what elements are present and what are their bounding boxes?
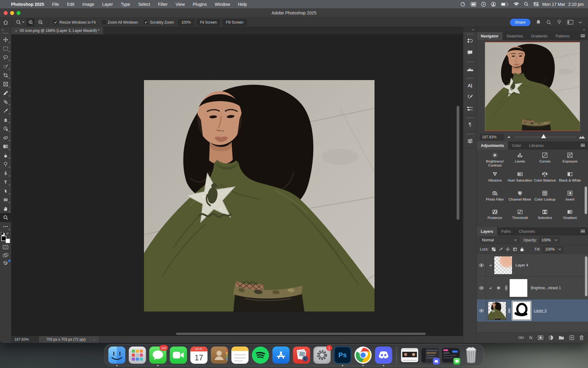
properties-panel-icon[interactable] <box>463 135 477 147</box>
new-layer-icon[interactable] <box>569 335 574 340</box>
delete-layer-icon[interactable] <box>579 335 584 340</box>
background-color-swatch[interactable] <box>6 239 10 243</box>
eyedropper-tool[interactable] <box>0 89 11 98</box>
marquee-tool[interactable] <box>0 44 11 53</box>
history-panel-icon[interactable] <box>463 35 477 47</box>
menu-select[interactable]: Select <box>138 2 150 7</box>
panel-grip[interactable] <box>467 117 473 118</box>
adjustment-exposure[interactable]: Exposure <box>557 152 582 171</box>
tab-channels[interactable]: Channels <box>515 227 539 236</box>
menu-layer[interactable]: Layer <box>102 2 113 7</box>
move-tool[interactable] <box>0 35 11 44</box>
tab-libraries[interactable]: Libraries <box>525 141 548 150</box>
screen-mode-button[interactable] <box>0 251 11 259</box>
dock-calendar[interactable]: MAR 17 <box>190 347 208 364</box>
layers-scrollbar[interactable] <box>585 256 587 296</box>
dock-photos-red[interactable] <box>293 347 310 364</box>
adjustment-selective-color[interactable]: Selective <box>533 209 558 228</box>
tool-preset-chevron-icon[interactable] <box>22 21 24 23</box>
adjustments-scrollbar[interactable] <box>585 186 587 214</box>
adjustment-curves[interactable]: Curves <box>533 152 558 171</box>
zoom-tool[interactable] <box>0 213 11 222</box>
tab-paths[interactable]: Paths <box>497 227 515 236</box>
home-icon[interactable] <box>3 20 8 25</box>
brush-settings-panel-icon[interactable] <box>463 91 477 103</box>
zoom-in-large-icon[interactable] <box>579 135 585 139</box>
app-menu-title[interactable]: Photoshop 2025 <box>11 2 44 7</box>
panel-menu-icon[interactable] <box>581 144 585 147</box>
zoom-out-small-icon[interactable] <box>507 136 511 138</box>
play-icon[interactable] <box>481 2 486 7</box>
zoom-tool-icon[interactable] <box>16 20 21 25</box>
spotlight-icon[interactable] <box>524 2 529 6</box>
history-brush-tool[interactable] <box>0 124 11 133</box>
document-image[interactable] <box>144 80 375 312</box>
default-colors-icon[interactable] <box>1 232 4 235</box>
lasso-tool[interactable] <box>0 53 11 62</box>
canvas-vertical-scrollbar[interactable] <box>457 106 459 220</box>
dock-photoshop[interactable]: Ps <box>334 347 351 364</box>
adjustment-color-balance[interactable]: Color Balance <box>533 171 558 190</box>
link-layers-icon[interactable] <box>518 336 524 339</box>
dock-discord[interactable] <box>375 347 392 364</box>
workspace-switcher-icon[interactable] <box>567 20 573 25</box>
share-button[interactable]: Share <box>510 19 530 26</box>
adjustment-black-white[interactable]: Black & White <box>557 171 582 190</box>
swap-colors-icon[interactable] <box>6 232 10 235</box>
layer-row-layer3[interactable]: Layer 3 <box>477 299 588 322</box>
close-tab-icon[interactable]: × <box>15 29 17 33</box>
panel-menu-icon[interactable] <box>581 34 585 37</box>
dock-spotify[interactable] <box>252 347 269 364</box>
display-icon[interactable] <box>471 2 476 6</box>
character-panel-icon[interactable]: A| <box>463 79 477 91</box>
dock-minimized-discord-window[interactable] <box>422 347 439 364</box>
quick-mask-button[interactable] <box>0 243 11 251</box>
layer-name[interactable]: Layer 3 <box>534 309 547 313</box>
menubar-date[interactable]: Mon 17 Mar <box>542 2 565 7</box>
edit-toolbar-button[interactable] <box>0 222 11 231</box>
dock-contacts[interactable] <box>211 347 228 364</box>
adjustment-levels[interactable]: Levels <box>507 152 533 171</box>
adjustment-photo-filter[interactable]: Photo Filter <box>482 190 507 209</box>
battery-icon[interactable] <box>501 2 509 6</box>
frame-tool[interactable] <box>0 80 11 89</box>
new-adjustment-layer-icon[interactable] <box>548 335 553 340</box>
dock-messages[interactable]: 142 <box>149 347 167 364</box>
canvas-horizontal-scrollbar[interactable] <box>176 333 426 335</box>
tab-patterns[interactable]: Patterns <box>552 32 574 40</box>
clone-stamp-tool[interactable] <box>0 115 11 124</box>
menu-file[interactable]: File <box>52 2 59 7</box>
mask-link-icon[interactable] <box>503 286 509 290</box>
layer3-mask-thumbnail[interactable] <box>512 301 531 320</box>
menu-help[interactable]: Help <box>238 2 247 7</box>
dock-chrome[interactable] <box>355 347 372 364</box>
eraser-tool[interactable] <box>0 133 11 142</box>
gradient-tool[interactable] <box>0 142 11 151</box>
control-center-icon[interactable] <box>533 2 539 6</box>
menu-view[interactable]: View <box>175 2 185 7</box>
discover-lightbulb-icon[interactable] <box>557 20 562 25</box>
facetime-icon[interactable] <box>491 2 496 7</box>
dock-trash[interactable] <box>463 347 480 364</box>
visibility-toggle[interactable] <box>477 254 486 276</box>
menu-edit[interactable]: Edit <box>67 2 74 7</box>
dock-app-store[interactable] <box>273 347 290 364</box>
adjustment-hue-saturation[interactable]: Hue/ Saturation <box>507 171 533 190</box>
dodge-tool[interactable] <box>0 160 11 169</box>
toolbar-expand-icon[interactable]: » <box>2 28 4 32</box>
zoom-in-button[interactable] <box>27 19 34 26</box>
panel-menu-icon[interactable] <box>581 230 585 232</box>
adjustment-vibrance[interactable]: Vibrance <box>482 171 507 190</box>
dock-finder[interactable] <box>108 347 126 364</box>
brush-tool[interactable] <box>0 106 11 115</box>
path-selection-tool[interactable] <box>0 186 11 195</box>
adjustment-color-lookup[interactable]: Color Lookup <box>533 190 558 209</box>
blend-mode-select[interactable]: Normal <box>480 237 519 243</box>
canvas[interactable] <box>11 34 463 336</box>
type-tool[interactable]: T <box>0 178 11 186</box>
layer-effects-icon[interactable]: fx <box>529 335 533 340</box>
tab-layers[interactable]: Layers <box>477 227 497 236</box>
dock-settings[interactable]: 1 <box>314 347 331 364</box>
adjustment-posterize[interactable]: Posterize <box>482 209 507 228</box>
notifications-bell-icon[interactable] <box>536 20 541 25</box>
